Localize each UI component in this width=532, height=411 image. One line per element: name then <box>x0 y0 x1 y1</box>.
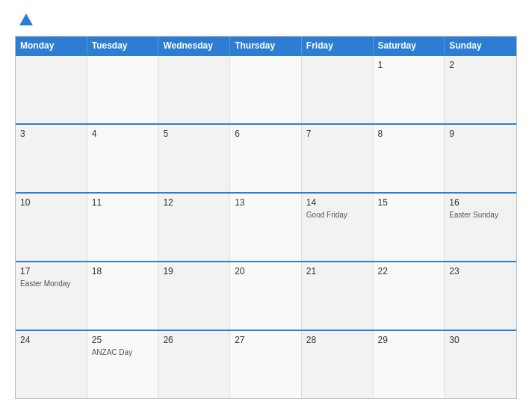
cal-cell-r1-c3: 6 <box>230 125 302 192</box>
cell-date: 1 <box>378 60 440 70</box>
cell-date: 26 <box>163 335 225 345</box>
cal-cell-r2-c2: 12 <box>158 194 230 261</box>
cal-cell-r0-c2 <box>158 56 230 123</box>
cal-row-2: 1011121314Good Friday1516Easter Sunday <box>16 192 516 261</box>
calendar: MondayTuesdayWednesdayThursdayFridaySatu… <box>15 36 517 399</box>
cal-cell-r4-c2: 26 <box>158 331 230 398</box>
cal-cell-r4-c3: 27 <box>230 331 302 398</box>
cell-date: 15 <box>378 197 440 208</box>
cell-date: 17 <box>20 266 82 276</box>
cal-cell-r3-c2: 19 <box>158 262 230 330</box>
cell-holiday: Easter Sunday <box>449 211 512 219</box>
cal-cell-r2-c0: 10 <box>16 194 87 261</box>
cal-row-0: 12 <box>16 55 516 123</box>
cal-cell-r4-c0: 24 <box>16 331 87 398</box>
cal-cell-r0-c1 <box>87 56 159 123</box>
cal-cell-r1-c1: 4 <box>87 125 159 192</box>
cal-cell-r1-c6: 9 <box>445 125 516 192</box>
cal-cell-r4-c5: 29 <box>374 331 445 398</box>
cell-date: 11 <box>92 197 154 208</box>
cal-cell-r1-c0: 3 <box>16 125 87 192</box>
cal-cell-r0-c5: 1 <box>374 56 445 123</box>
logo-icon <box>18 12 34 28</box>
calendar-body: 1234567891011121314Good Friday1516Easter… <box>16 55 516 398</box>
cal-cell-r1-c2: 5 <box>158 125 230 192</box>
cal-header-monday: Monday <box>16 37 87 55</box>
cell-date: 22 <box>378 266 440 276</box>
cell-date: 5 <box>163 129 225 139</box>
cell-date: 27 <box>235 335 297 345</box>
cal-cell-r2-c6: 16Easter Sunday <box>445 194 516 261</box>
cell-date: 2 <box>449 60 512 70</box>
cal-header-friday: Friday <box>302 37 374 55</box>
cal-cell-r3-c0: 17Easter Monday <box>16 262 87 330</box>
logo <box>15 12 34 28</box>
cal-header-wednesday: Wednesday <box>158 37 230 55</box>
cal-cell-r4-c6: 30 <box>445 331 516 398</box>
cell-date: 8 <box>378 129 440 139</box>
cell-holiday: Good Friday <box>306 211 368 219</box>
cal-cell-r0-c6: 2 <box>445 56 516 123</box>
cell-date: 6 <box>235 129 297 139</box>
page: MondayTuesdayWednesdayThursdayFridaySatu… <box>0 0 532 411</box>
cell-date: 3 <box>20 129 82 139</box>
cell-date: 25 <box>92 335 154 345</box>
cell-date: 20 <box>235 266 297 276</box>
cell-date: 12 <box>163 197 225 208</box>
cal-cell-r4-c1: 25ANZAC Day <box>87 331 159 398</box>
cell-date: 9 <box>449 129 512 139</box>
cell-date: 24 <box>20 335 82 345</box>
cal-cell-r3-c4: 21 <box>302 262 374 330</box>
cal-cell-r3-c3: 20 <box>230 262 302 330</box>
cal-cell-r1-c5: 8 <box>374 125 445 192</box>
calendar-header-row: MondayTuesdayWednesdayThursdayFridaySatu… <box>16 37 516 55</box>
cal-header-sunday: Sunday <box>445 37 516 55</box>
cell-date: 14 <box>306 197 368 208</box>
cal-cell-r2-c3: 13 <box>230 194 302 261</box>
cal-cell-r2-c5: 15 <box>374 194 445 261</box>
cell-date: 19 <box>163 266 225 276</box>
cell-date: 18 <box>92 266 154 276</box>
cal-cell-r0-c4 <box>302 56 374 123</box>
cal-cell-r1-c4: 7 <box>302 125 374 192</box>
cal-cell-r0-c0 <box>16 56 87 123</box>
cell-holiday: Easter Monday <box>20 279 82 288</box>
cell-date: 16 <box>449 197 512 208</box>
cal-header-saturday: Saturday <box>374 37 445 55</box>
cell-date: 23 <box>449 266 512 276</box>
cal-row-3: 17Easter Monday181920212223 <box>16 261 516 330</box>
cal-header-thursday: Thursday <box>230 37 302 55</box>
cal-row-1: 3456789 <box>16 123 516 192</box>
cal-header-tuesday: Tuesday <box>87 37 159 55</box>
header <box>15 12 517 28</box>
cell-date: 28 <box>306 335 368 345</box>
cell-date: 29 <box>378 335 440 345</box>
cell-date: 21 <box>306 266 368 276</box>
cell-date: 13 <box>235 197 297 208</box>
cell-date: 30 <box>449 335 512 345</box>
svg-marker-0 <box>19 13 33 25</box>
cell-date: 7 <box>306 129 368 139</box>
cal-cell-r3-c6: 23 <box>445 262 516 330</box>
cal-cell-r3-c1: 18 <box>87 262 159 330</box>
cal-cell-r3-c5: 22 <box>374 262 445 330</box>
cell-holiday: ANZAC Day <box>92 348 154 356</box>
cell-date: 4 <box>92 129 154 139</box>
cal-row-4: 2425ANZAC Day2627282930 <box>16 330 516 398</box>
cal-cell-r2-c4: 14Good Friday <box>302 194 374 261</box>
cal-cell-r2-c1: 11 <box>87 194 159 261</box>
cal-cell-r4-c4: 28 <box>302 331 374 398</box>
cell-date: 10 <box>20 197 82 208</box>
cal-cell-r0-c3 <box>230 56 302 123</box>
